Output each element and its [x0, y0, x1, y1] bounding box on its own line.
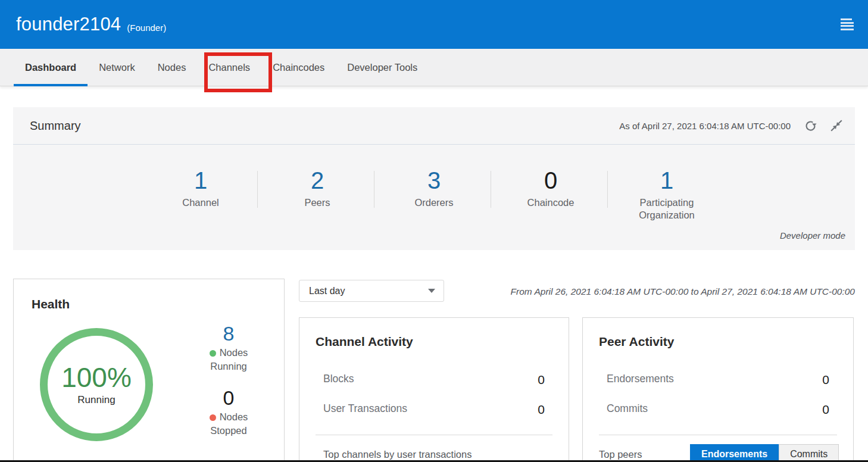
health-donut-chart: 100% Running	[40, 328, 153, 441]
stat-participating-org: 1 Participating Organization	[608, 167, 725, 221]
summary-panel: Summary As of April 27, 2021 6:04:18 AM …	[13, 107, 855, 250]
user-transactions-value: 0	[538, 402, 545, 417]
node-status-column: 8 Nodes Running 0 Nodes Stopped	[194, 322, 263, 438]
peer-activity-title: Peer Activity	[599, 335, 674, 349]
time-range-select[interactable]: Last day	[299, 280, 444, 302]
menu-icon-bar	[841, 25, 854, 27]
dropdown-caret-icon	[428, 289, 435, 293]
top-peers-label: Top peers	[599, 449, 642, 460]
summary-as-of-timestamp: As of April 27, 2021 6:04:18 AM UTC-00:0…	[619, 121, 791, 131]
commits-value: 0	[822, 402, 829, 417]
stat-divider	[374, 171, 374, 208]
top-peers-toggle-group: Endorsements Commits	[690, 444, 839, 462]
channel-activity-title: Channel Activity	[316, 335, 413, 349]
nodes-running-block: 8 Nodes Running	[194, 322, 263, 373]
time-range-selected-value: Last day	[309, 286, 345, 296]
summary-title: Summary	[30, 119, 81, 133]
app-header: founder2104 (Founder)	[0, 0, 868, 49]
stat-chaincode: 0 Chaincode	[492, 167, 609, 209]
time-range-detail: From April 26, 2021 6:04:18 AM UTC-00:00…	[511, 286, 855, 297]
stat-peers: 2 Peers	[259, 167, 376, 209]
stat-chaincode-value: 0	[492, 167, 609, 194]
stopped-status-dot	[210, 414, 216, 421]
running-status-dot	[210, 350, 216, 357]
stat-orderers-value: 3	[376, 167, 492, 194]
tab-nodes[interactable]: Nodes	[146, 49, 198, 86]
app-title: founder2104	[16, 14, 121, 35]
nodes-stopped-label: Nodes Stopped	[203, 410, 254, 438]
console-window: founder2104 (Founder) Dashboard Network …	[0, 0, 868, 462]
nodes-stopped-block: 0 Nodes Stopped	[194, 386, 263, 438]
divider	[316, 435, 552, 435]
stat-channel-label: Channel	[156, 196, 245, 209]
peer-activity-card: Peer Activity Endorsements 0 Commits 0 T…	[582, 317, 854, 462]
commits-label: Commits	[607, 402, 648, 417]
stat-participating-org-label: Participating Organization	[622, 196, 711, 221]
stat-orderers-label: Orderers	[389, 196, 479, 209]
stat-divider	[491, 171, 491, 208]
stat-peers-label: Peers	[273, 196, 362, 209]
user-transactions-row: User Transactions 0	[323, 402, 545, 417]
user-transactions-label: User Transactions	[323, 402, 407, 417]
blocks-label: Blocks	[323, 373, 354, 387]
stat-divider	[607, 171, 608, 208]
stat-orderers: 3 Orderers	[376, 167, 492, 209]
nodes-running-label: Nodes Running	[203, 346, 254, 373]
commits-row: Commits 0	[607, 402, 829, 417]
channel-activity-card: Channel Activity Blocks 0 User Transacti…	[299, 317, 569, 462]
app-subtitle: (Founder)	[127, 17, 166, 33]
stat-chaincode-label: Chaincode	[506, 196, 595, 209]
stat-participating-org-value: 1	[608, 167, 725, 194]
stat-channel-value: 1	[142, 167, 259, 194]
endorsements-toggle-button[interactable]: Endorsements	[690, 444, 779, 462]
blocks-row: Blocks 0	[323, 373, 545, 387]
nodes-running-count: 8	[194, 322, 263, 345]
tab-chaincodes[interactable]: Chaincodes	[261, 49, 336, 86]
tab-channels[interactable]: Channels	[197, 49, 261, 86]
endorsements-value: 0	[822, 373, 829, 387]
divider	[599, 435, 837, 435]
top-channels-label: Top channels by user transactions	[323, 449, 472, 460]
health-percent: 100%	[61, 363, 132, 392]
menu-icon[interactable]	[838, 18, 854, 31]
tab-developer-tools[interactable]: Developer Tools	[336, 49, 429, 86]
collapse-icon[interactable]	[830, 119, 843, 132]
health-percent-label: Running	[77, 394, 115, 406]
stat-peers-value: 2	[259, 167, 376, 194]
summary-header: Summary As of April 27, 2021 6:04:18 AM …	[13, 107, 855, 145]
commits-toggle-button[interactable]: Commits	[779, 444, 839, 462]
stat-divider	[257, 171, 258, 208]
tab-network[interactable]: Network	[88, 49, 146, 86]
tab-dashboard[interactable]: Dashboard	[14, 49, 88, 86]
menu-icon-bar	[841, 22, 854, 24]
refresh-icon[interactable]	[804, 119, 817, 132]
endorsements-label: Endorsements	[607, 373, 674, 387]
developer-mode-label: Developer mode	[780, 230, 845, 241]
blocks-value: 0	[538, 373, 545, 387]
menu-icon-bar	[841, 18, 852, 20]
stat-channel: 1 Channel	[142, 167, 259, 209]
endorsements-row: Endorsements 0	[607, 373, 829, 387]
nodes-stopped-count: 0	[194, 386, 263, 409]
nav-tab-bar: Dashboard Network Nodes Channels Chainco…	[0, 49, 868, 86]
menu-icon-bar	[841, 29, 854, 30]
health-title: Health	[32, 297, 70, 311]
health-card: Health 100% Running 8 Nodes Running 0 No…	[13, 279, 285, 462]
